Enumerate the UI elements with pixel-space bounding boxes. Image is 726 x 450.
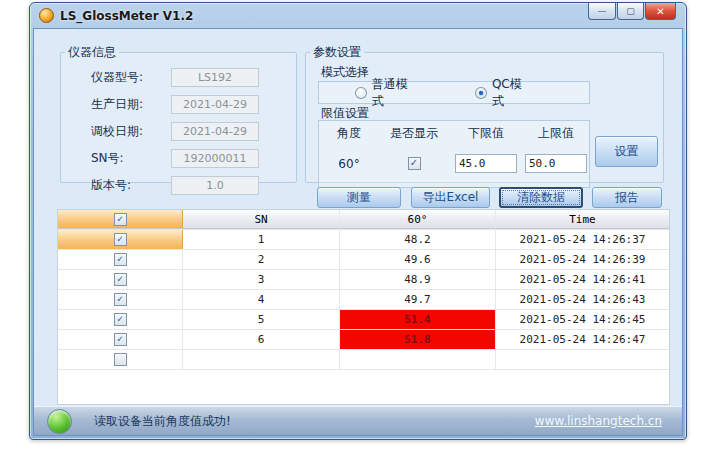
instrument-model-label: 仪器型号:: [91, 69, 171, 86]
sn-cell: 4: [183, 290, 340, 309]
lower-limit-input[interactable]: [455, 154, 517, 173]
sn-label: SN号:: [91, 150, 171, 167]
check-icon: ✓: [117, 274, 123, 284]
qc-mode-radio[interactable]: [475, 87, 487, 99]
sn-cell: 6: [183, 330, 340, 349]
measurement-table: ✓ SN 60° Time ✓ 1 48.2 2021-05-24 14:26:…: [57, 209, 670, 405]
time-column-header: Time: [496, 210, 669, 229]
production-date-label: 生产日期:: [91, 96, 171, 113]
time-cell: 2021-05-24 14:26:47: [496, 330, 669, 349]
set-button[interactable]: 设置: [595, 136, 658, 167]
version-label: 版本号:: [91, 177, 171, 194]
table-row[interactable]: ✓ 5 51.4 2021-05-24 14:26:45: [58, 310, 669, 330]
maximize-icon: ▢: [626, 6, 635, 16]
app-window: LS_GlossMeter V1.2 — ▢ ✕ 仪器信息 仪器型号: LS19…: [29, 2, 687, 440]
angle-column-header: 角度: [319, 125, 379, 142]
row-checkbox[interactable]: ✓: [114, 253, 127, 266]
sn-cell: 3: [183, 270, 340, 289]
value-cell-out-of-limit: 51.4: [340, 310, 496, 329]
instrument-info-title: 仪器信息: [65, 44, 119, 61]
row-checkbox[interactable]: ✓: [114, 273, 127, 286]
normal-mode-radio[interactable]: [355, 87, 367, 99]
value-cell: 49.7: [340, 290, 496, 309]
clear-data-button[interactable]: 清除数据: [499, 187, 583, 208]
table-row[interactable]: ✓ 6 51.8 2021-05-24 14:26:47: [58, 330, 669, 350]
table-row[interactable]: ✓ 3 48.9 2021-05-24 14:26:41: [58, 270, 669, 290]
version-value: 1.0: [171, 176, 259, 195]
calibration-date-label: 调校日期:: [91, 123, 171, 140]
table-row[interactable]: ✓ 1 48.2 2021-05-24 14:26:37: [58, 230, 669, 250]
check-icon: ✓: [117, 294, 123, 304]
qc-mode-label: QC模式: [492, 76, 533, 110]
check-icon: ✓: [117, 334, 123, 344]
row-checkbox[interactable]: [114, 353, 127, 366]
upper-limit-column-header: 上限值: [523, 125, 589, 142]
time-cell: 2021-05-24 14:26:45: [496, 310, 669, 329]
time-cell: 2021-05-24 14:26:41: [496, 270, 669, 289]
row-checkbox[interactable]: ✓: [114, 313, 127, 326]
production-date-value: 2021-04-29: [171, 95, 259, 114]
close-icon: ✕: [656, 6, 664, 17]
display-column-header: 是否显示: [379, 125, 449, 142]
select-all-checkbox[interactable]: ✓: [114, 213, 127, 226]
angle-60-column-header: 60°: [340, 210, 496, 229]
value-cell-out-of-limit: 51.8: [340, 330, 496, 349]
measure-button[interactable]: 测量: [317, 187, 401, 208]
connection-status-indicator: [47, 409, 72, 434]
window-content: 仪器信息 仪器型号: LS192 生产日期: 2021-04-29 调校日期: …: [33, 28, 683, 436]
title-bar[interactable]: LS_GlossMeter V1.2 — ▢ ✕: [30, 3, 686, 28]
minimize-icon: —: [598, 6, 607, 16]
sn-cell: 5: [183, 310, 340, 329]
sn-cell: 2: [183, 250, 340, 269]
export-excel-button[interactable]: 导出Excel: [411, 187, 490, 208]
status-message: 读取设备当前角度值成功!: [94, 413, 231, 430]
website-link[interactable]: www.linshangtech.cn: [535, 414, 662, 428]
row-checkbox[interactable]: ✓: [114, 233, 127, 246]
angle-value: 60°: [319, 154, 379, 173]
window-title: LS_GlossMeter V1.2: [60, 9, 193, 23]
sn-value: 192000011: [171, 149, 259, 168]
maximize-button[interactable]: ▢: [617, 3, 644, 20]
time-cell: [496, 350, 669, 369]
parameter-settings-title: 参数设置: [310, 44, 364, 61]
sn-cell: 1: [183, 230, 340, 249]
instrument-model-value: LS192: [171, 68, 259, 87]
sn-column-header: SN: [183, 210, 340, 229]
check-icon: ✓: [117, 254, 123, 264]
table-row[interactable]: ✓ 4 49.7 2021-05-24 14:26:43: [58, 290, 669, 310]
calibration-date-value: 2021-04-29: [171, 122, 259, 141]
check-icon: ✓: [117, 234, 123, 244]
value-cell: 49.6: [340, 250, 496, 269]
normal-mode-label: 普通模式: [372, 76, 419, 110]
check-icon: ✓: [117, 314, 123, 324]
row-checkbox[interactable]: ✓: [114, 293, 127, 306]
close-button[interactable]: ✕: [645, 3, 676, 20]
sn-cell: [183, 350, 340, 369]
check-icon: ✓: [410, 158, 418, 168]
parameter-settings-group: 参数设置 模式选择 普通模式 QC模式 限值设置 角度 是否显示 下限值 上: [305, 44, 664, 183]
minimize-button[interactable]: —: [588, 3, 616, 20]
value-cell: 48.9: [340, 270, 496, 289]
time-cell: 2021-05-24 14:26:43: [496, 290, 669, 309]
table-row[interactable]: ✓ 2 49.6 2021-05-24 14:26:39: [58, 250, 669, 270]
mode-select-box: 普通模式 QC模式: [318, 81, 590, 104]
status-bar: 读取设备当前角度值成功! www.linshangtech.cn: [34, 406, 682, 435]
display-checkbox[interactable]: ✓: [408, 157, 421, 170]
instrument-info-group: 仪器信息 仪器型号: LS192 生产日期: 2021-04-29 调校日期: …: [60, 44, 297, 183]
time-cell: 2021-05-24 14:26:37: [496, 230, 669, 249]
check-icon: ✓: [117, 214, 123, 224]
qc-mode-option[interactable]: QC模式: [475, 76, 533, 110]
table-header-row: ✓ SN 60° Time: [58, 210, 669, 230]
value-cell: 48.2: [340, 230, 496, 249]
table-row[interactable]: [58, 350, 669, 370]
upper-limit-input[interactable]: [525, 154, 587, 173]
value-cell: [340, 350, 496, 369]
app-icon: [39, 8, 54, 23]
lower-limit-column-header: 下限值: [449, 125, 523, 142]
report-button[interactable]: 报告: [592, 187, 662, 208]
time-cell: 2021-05-24 14:26:39: [496, 250, 669, 269]
limit-settings-box: 角度 是否显示 下限值 上限值 60° ✓: [318, 120, 590, 188]
row-checkbox[interactable]: ✓: [114, 333, 127, 346]
